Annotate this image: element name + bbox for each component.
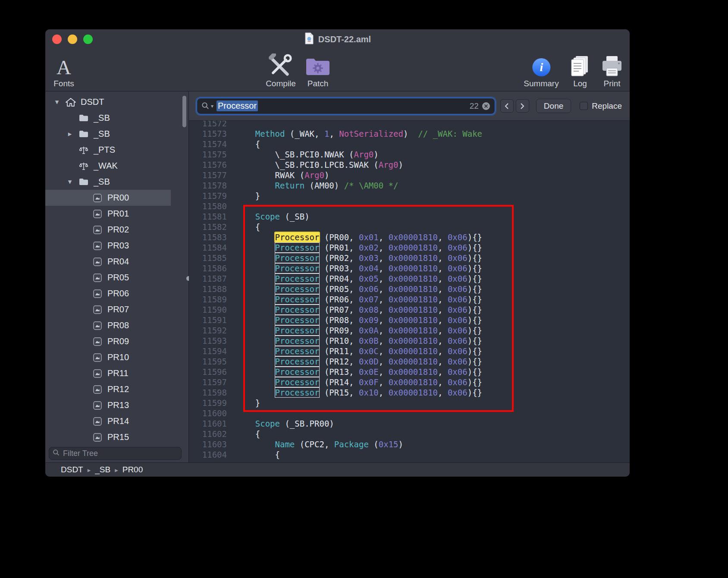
disclosure-right-icon[interactable]: ▸ bbox=[62, 129, 78, 138]
pr-icon bbox=[92, 208, 103, 220]
sidebar-item-pr13[interactable]: PR13 bbox=[45, 397, 171, 413]
replace-toggle[interactable]: Replace bbox=[580, 101, 622, 111]
line-number: 11591 bbox=[189, 315, 227, 325]
fonts-label: Fonts bbox=[53, 79, 74, 88]
find-query[interactable]: Processor bbox=[217, 101, 258, 111]
tree-item-label: PR01 bbox=[107, 209, 129, 219]
breadcrumb-separator: ▸ bbox=[110, 466, 122, 474]
sidebar-item-_sb[interactable]: ▾_SB bbox=[45, 174, 171, 190]
clear-search-icon[interactable] bbox=[482, 102, 490, 110]
sidebar-item-_sb[interactable]: _SB bbox=[45, 110, 171, 126]
line-number: 11593 bbox=[189, 336, 227, 346]
line-number: 11586 bbox=[189, 263, 227, 273]
search-match: Processor bbox=[275, 336, 320, 346]
code-line: 11578 Return (AM00) /* \AM00 */ bbox=[189, 180, 630, 191]
sidebar-item-pr05[interactable]: PR05 bbox=[45, 270, 171, 286]
disclosure-down-icon[interactable]: ▾ bbox=[62, 177, 78, 186]
patch-button[interactable]: Patch bbox=[304, 50, 331, 88]
traffic-lights bbox=[52, 35, 93, 44]
code-line: 11576 \_SB.PCI0.LPCB.SWAK (Arg0) bbox=[189, 160, 630, 170]
line-number: 11592 bbox=[189, 325, 227, 336]
search-match: Processor bbox=[275, 357, 320, 366]
minimize-button[interactable] bbox=[68, 35, 77, 44]
sidebar-item-pr09[interactable]: PR09 bbox=[45, 333, 171, 349]
sidebar-scrollbar[interactable] bbox=[182, 96, 186, 127]
sidebar-item-pr01[interactable]: PR01 bbox=[45, 206, 171, 222]
pr-icon bbox=[92, 352, 103, 363]
search-menu-icon[interactable]: ▾ bbox=[201, 102, 213, 110]
title-group: DSDT-22.aml bbox=[304, 32, 371, 46]
line-number: 11598 bbox=[189, 387, 227, 398]
pr-icon bbox=[92, 288, 103, 299]
line-number: 11579 bbox=[189, 191, 227, 201]
code-line: 11583 Processor (PR00, 0x01, 0x00001810,… bbox=[189, 232, 630, 242]
filter-field[interactable] bbox=[49, 447, 182, 460]
find-nav-buttons bbox=[500, 99, 529, 113]
log-icon bbox=[569, 50, 591, 78]
house-icon bbox=[65, 97, 76, 108]
line-number: 11573 bbox=[189, 129, 227, 139]
sidebar-item-pr04[interactable]: PR04 bbox=[45, 254, 171, 270]
filter-input[interactable] bbox=[63, 449, 178, 458]
sidebar-item-dsdt[interactable]: ▾DSDT bbox=[45, 94, 171, 110]
sidebar-item-pr14[interactable]: PR14 bbox=[45, 413, 171, 429]
tree-item-label: PR10 bbox=[107, 352, 129, 362]
tree-item-label: PR11 bbox=[107, 368, 129, 378]
line-number: 11595 bbox=[189, 356, 227, 367]
sidebar-item-pr15[interactable]: PR15 bbox=[45, 429, 171, 445]
replace-checkbox[interactable] bbox=[580, 102, 588, 110]
code-line: 11584 Processor (PR01, 0x02, 0x00001810,… bbox=[189, 242, 630, 253]
print-button[interactable]: Print bbox=[600, 50, 624, 88]
disclosure-down-icon[interactable]: ▾ bbox=[49, 97, 65, 107]
search-match: Processor bbox=[275, 315, 320, 325]
done-button[interactable]: Done bbox=[536, 99, 571, 113]
fonts-button[interactable]: A Fonts bbox=[53, 50, 74, 88]
sidebar-item-pr02[interactable]: PR02 bbox=[45, 222, 171, 238]
code-line: 11574 { bbox=[189, 139, 630, 149]
code-line: 11575 \_SB.PCI0.NWAK (Arg0) bbox=[189, 149, 630, 160]
summary-button[interactable]: i Summary bbox=[524, 50, 559, 88]
sidebar-item-pr12[interactable]: PR12 bbox=[45, 381, 171, 397]
sidebar-item-_wak[interactable]: _WAK bbox=[45, 158, 171, 174]
tree-item-label: _PTS bbox=[94, 145, 115, 155]
find-next-button[interactable] bbox=[516, 99, 529, 113]
sidebar-item-pr11[interactable]: PR11 bbox=[45, 365, 171, 381]
sidebar-item-_pts[interactable]: _PTS bbox=[45, 142, 171, 158]
zoom-button[interactable] bbox=[83, 35, 93, 44]
sidebar-item-pr03[interactable]: PR03 bbox=[45, 238, 171, 254]
search-match: Processor bbox=[275, 326, 320, 335]
tree-item-label: PR04 bbox=[107, 257, 129, 267]
titlebar[interactable]: DSDT-22.aml bbox=[45, 29, 630, 49]
compile-label: Compile bbox=[266, 79, 296, 88]
sidebar-item-pr06[interactable]: PR06 bbox=[45, 286, 171, 302]
sidebar-item-pr07[interactable]: PR07 bbox=[45, 302, 171, 317]
tree-item-label: PR02 bbox=[107, 225, 129, 235]
find-field[interactable]: ▾ Processor 22 bbox=[197, 98, 495, 114]
breadcrumb-item[interactable]: _SB bbox=[95, 465, 110, 474]
compile-button[interactable]: Compile bbox=[266, 50, 296, 88]
summary-label: Summary bbox=[524, 79, 559, 88]
path-bar: DSDT▸_SB▸PR00 bbox=[45, 462, 630, 477]
log-button[interactable]: Log bbox=[569, 50, 591, 88]
sidebar-item-_sb[interactable]: ▸_SB bbox=[45, 126, 171, 142]
replace-label: Replace bbox=[592, 101, 622, 111]
tree-item-label: _SB bbox=[94, 129, 110, 139]
patch-label: Patch bbox=[304, 79, 331, 88]
code-editor[interactable]: 1157211573 Method (_WAK, 1, NotSerialize… bbox=[189, 121, 630, 462]
find-previous-button[interactable] bbox=[500, 99, 514, 113]
close-button[interactable] bbox=[52, 35, 62, 44]
tree-item-label: PR05 bbox=[107, 273, 129, 283]
pr-icon bbox=[92, 224, 103, 236]
pr-icon bbox=[92, 320, 103, 331]
sidebar-item-pr08[interactable]: PR08 bbox=[45, 317, 171, 333]
code-line: 11598 Processor (PR15, 0x10, 0x00001810,… bbox=[189, 387, 630, 398]
breadcrumb-item[interactable]: PR00 bbox=[122, 465, 143, 474]
pr-icon bbox=[92, 416, 103, 427]
code-line: 11597 Processor (PR14, 0x0F, 0x00001810,… bbox=[189, 377, 630, 387]
sidebar-item-pr10[interactable]: PR10 bbox=[45, 349, 171, 365]
summary-icon: i bbox=[524, 50, 559, 78]
line-number: 11600 bbox=[189, 408, 227, 418]
folder-icon bbox=[78, 176, 89, 188]
breadcrumb-item[interactable]: DSDT bbox=[61, 465, 83, 474]
sidebar-item-pr00[interactable]: PR00 bbox=[45, 190, 171, 206]
